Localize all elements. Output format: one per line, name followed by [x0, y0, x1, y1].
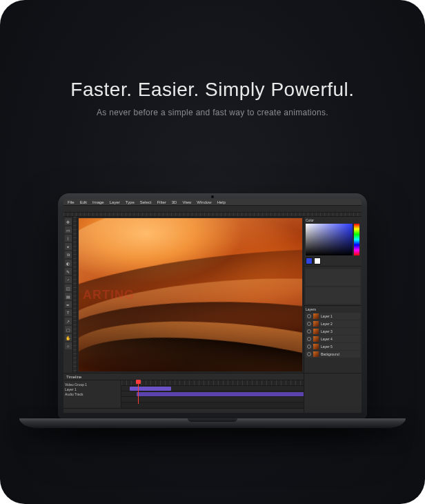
color-field[interactable] — [306, 224, 353, 255]
menubar[interactable]: File Edit Image Layer Type Select Filter… — [63, 199, 362, 206]
type-tool-icon[interactable]: T — [65, 309, 72, 316]
layer-thumb — [313, 351, 319, 357]
path-tool-icon[interactable]: ↗ — [65, 318, 72, 324]
options-bar[interactable] — [63, 206, 362, 213]
zoom-tool-icon[interactable]: ⌕ — [65, 342, 72, 349]
timeline-track[interactable] — [121, 386, 304, 391]
timeline-panel: Timeline Video Group 1 Layer 1 Audio Tra… — [63, 373, 304, 413]
canvas-area[interactable]: ARTING — [77, 217, 304, 373]
foreground-swatch[interactable] — [306, 258, 313, 264]
timeline-title: Timeline — [66, 375, 81, 379]
wand-tool-icon[interactable]: ✦ — [65, 243, 72, 250]
menu-item[interactable]: Edit — [80, 200, 87, 204]
stamp-tool-icon[interactable]: ⌿ — [65, 276, 72, 283]
menu-item[interactable]: Select — [140, 200, 152, 204]
gradient-tool-icon[interactable]: ▤ — [65, 293, 72, 300]
move-tool-icon[interactable]: ✥ — [65, 218, 72, 225]
laptop-lid: File Edit Image Layer Type Select Filter… — [58, 193, 367, 418]
visibility-icon[interactable] — [307, 352, 311, 356]
track-label[interactable]: Audio Track — [65, 391, 119, 396]
menu-item[interactable]: File — [68, 200, 75, 204]
menu-item[interactable]: Layer — [110, 200, 120, 204]
layer-label: Background — [321, 352, 339, 356]
shape-tool-icon[interactable]: ▢ — [65, 326, 72, 333]
subhead-text: As never before a simple and fast way to… — [0, 108, 425, 117]
visibility-icon[interactable] — [307, 322, 311, 326]
layer-label: Layer 4 — [321, 337, 333, 341]
timeline-header[interactable]: Timeline — [63, 374, 304, 380]
layer-row[interactable]: Layer 3 — [306, 328, 360, 335]
layer-row[interactable]: Layer 1 — [306, 313, 360, 320]
menu-item[interactable]: Help — [217, 200, 226, 204]
timeline-track[interactable] — [121, 391, 304, 397]
document-canvas[interactable]: ARTING — [79, 218, 302, 371]
color-picker[interactable] — [306, 224, 359, 255]
timeline-ruler[interactable] — [121, 380, 304, 386]
timeline-tracks[interactable] — [121, 380, 304, 404]
right-panel-dock: Color — [304, 217, 362, 373]
lasso-tool-icon[interactable]: ⌇ — [65, 235, 72, 242]
crop-tool-icon[interactable]: ⧉ — [65, 251, 72, 258]
eyedropper-tool-icon[interactable]: ◐ — [65, 260, 72, 266]
color-panel-title: Color — [306, 218, 360, 222]
layer-thumb — [313, 336, 319, 342]
visibility-icon[interactable] — [307, 314, 311, 318]
timeline-footer — [63, 408, 304, 413]
background-swatch[interactable] — [314, 258, 321, 264]
menu-item[interactable]: Window — [197, 200, 211, 204]
promo-card: Faster. Easier. Simply Powerful. As neve… — [0, 0, 425, 504]
panel-placeholder[interactable] — [306, 287, 360, 304]
camera-dot — [211, 195, 214, 198]
layers-panel-title: Layers — [306, 307, 360, 311]
laptop-screen: File Edit Image Layer Type Select Filter… — [63, 199, 362, 413]
timeline-track[interactable] — [121, 397, 304, 403]
toolbar-left: ✥ ▭ ⌇ ✦ ⧉ ◐ ✎ ⌿ ◫ ▤ ✒ T ↗ — [63, 217, 73, 373]
marquee-tool-icon[interactable]: ▭ — [65, 226, 72, 233]
visibility-icon[interactable] — [307, 329, 311, 333]
eraser-tool-icon[interactable]: ◫ — [65, 284, 72, 291]
menu-item[interactable]: Type — [126, 200, 135, 204]
color-panel: Color — [304, 217, 362, 266]
layers-panel: Layers Layer 1 Layer 2 Layer 3 Layer 4 L… — [304, 306, 362, 373]
layer-row[interactable]: Layer 5 — [306, 343, 360, 350]
layer-thumb — [313, 313, 319, 319]
color-swatches — [306, 258, 360, 264]
layer-thumb — [313, 344, 319, 349]
playhead[interactable] — [138, 380, 139, 404]
layer-label: Layer 1 — [321, 314, 333, 318]
laptop-mockup: File Edit Image Layer Type Select Filter… — [58, 193, 367, 428]
adjustments-panel — [304, 266, 362, 306]
menu-item[interactable]: 3D — [172, 200, 177, 204]
panel-placeholder[interactable] — [306, 269, 360, 286]
laptop-base — [19, 418, 406, 428]
hue-slider[interactable] — [354, 224, 359, 255]
headline-text: Faster. Easier. Simply Powerful. — [0, 79, 425, 101]
pen-tool-icon[interactable]: ✒ — [65, 301, 72, 308]
menu-item[interactable]: View — [182, 200, 191, 204]
menu-item[interactable]: Image — [92, 200, 104, 204]
track-label[interactable]: Layer 1 — [65, 387, 119, 391]
layer-thumb — [313, 321, 319, 327]
workarea: ✥ ▭ ⌇ ✦ ⧉ ◐ ✎ ⌿ ◫ ▤ ✒ T ↗ — [63, 217, 362, 373]
layer-thumb — [313, 329, 319, 334]
right-dock-footer — [304, 373, 362, 413]
layer-label: Layer 5 — [321, 345, 333, 349]
laptop-notch — [188, 418, 237, 422]
menu-item[interactable]: Filter — [157, 200, 166, 204]
floor-reflection — [0, 428, 425, 504]
photoshop-app: File Edit Image Layer Type Select Filter… — [63, 199, 362, 413]
timeline-body: Video Group 1 Layer 1 Audio Track — [63, 380, 304, 413]
visibility-icon[interactable] — [307, 337, 311, 341]
layer-row[interactable]: Background — [306, 351, 360, 358]
timeline-clip[interactable] — [130, 387, 171, 391]
layer-row[interactable]: Layer 2 — [306, 320, 360, 327]
layer-row[interactable]: Layer 4 — [306, 336, 360, 342]
track-label[interactable]: Video Group 1 — [65, 382, 119, 387]
visibility-icon[interactable] — [307, 345, 311, 349]
hand-tool-icon[interactable]: ✋ — [65, 334, 72, 341]
brush-tool-icon[interactable]: ✎ — [65, 268, 72, 275]
layer-label: Layer 2 — [321, 322, 333, 326]
layer-label: Layer 3 — [321, 329, 333, 333]
